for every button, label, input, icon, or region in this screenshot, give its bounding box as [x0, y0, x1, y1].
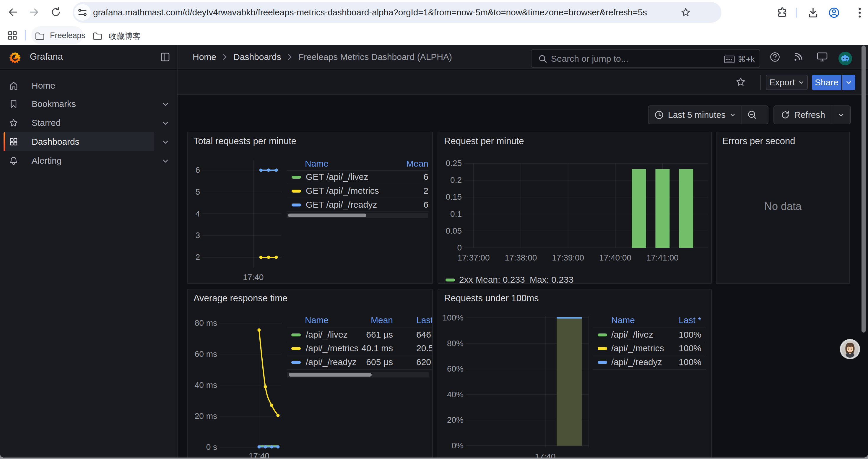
legend-stat: Max: 0.233 [530, 275, 574, 284]
page-scrollbar[interactable] [862, 45, 866, 333]
legend-series-name: 2xx [459, 275, 473, 284]
chevron-down-icon[interactable] [162, 101, 169, 108]
site-settings-icon [78, 8, 87, 17]
chevron-down-icon[interactable] [162, 120, 169, 127]
bookmark-label[interactable]: Freeleaps [50, 31, 85, 40]
panel-requests-under-100ms[interactable]: Requests under 100ms100%80%60%40%20%0%17… [438, 289, 712, 458]
bookmark-label[interactable]: 收藏博客 [109, 31, 141, 42]
y-tick-label: 0 s [188, 442, 217, 452]
sidebar-item-dashboards[interactable]: Dashboards [0, 132, 177, 151]
url-text[interactable]: grafana.mathmast.com/d/deytv4rwavabkb/fr… [93, 7, 647, 18]
folder-icon [93, 32, 102, 40]
legend-value: 661 µs [304, 330, 393, 340]
site-info-chip[interactable] [74, 4, 91, 21]
x-tick-label: 17:37:00 [447, 253, 500, 263]
share-dropdown-button[interactable] [842, 75, 855, 90]
chevron-down-icon[interactable] [162, 157, 169, 165]
y-tick-label: 80 ms [188, 319, 217, 328]
y-tick-label: 0.05 [438, 226, 462, 236]
rss-icon[interactable] [793, 52, 804, 62]
sidebar-divider [177, 45, 178, 458]
breadcrumb: Home Dashboards Freeleaps Metrics Dashbo… [193, 52, 452, 62]
panel-average-response-time[interactable]: Average response time80 ms60 ms40 ms20 m… [187, 289, 433, 458]
panel-total-requests-per-minute[interactable]: Total requests per minute6543217:40NameM… [187, 132, 433, 284]
panel-errors-per-second[interactable]: Errors per secondNo data [716, 132, 850, 284]
search-input[interactable]: Search or jump to... ⌘+k [531, 49, 760, 68]
panel-title: Errors per second [722, 136, 795, 146]
legend-scrollbar-thumb[interactable] [289, 373, 372, 376]
keyboard-icon [724, 56, 735, 63]
legend-separator [287, 356, 433, 356]
back-icon[interactable] [8, 7, 18, 17]
url-bar[interactable]: grafana.mathmast.com/d/deytv4rwavabkb/fr… [73, 2, 721, 23]
y-tick-label: 6 [188, 165, 200, 175]
search-placeholder: Search or jump to... [551, 54, 628, 64]
legend-separator [286, 211, 429, 212]
y-tick-label: 40% [438, 390, 464, 399]
zoom-out-button[interactable] [742, 106, 762, 124]
help-icon[interactable] [770, 52, 780, 62]
reload-icon[interactable] [51, 7, 61, 18]
bookmark-star-icon[interactable] [680, 7, 691, 18]
legend-separator [286, 198, 429, 198]
y-tick-label: 20% [438, 415, 464, 425]
x-tick-label: 17:40 [519, 452, 572, 458]
legend-dash [598, 361, 607, 364]
folder-icon [35, 32, 44, 40]
refresh-group: Refresh [773, 105, 851, 124]
legend-dash [598, 347, 607, 350]
monitor-icon[interactable] [817, 52, 828, 62]
legend-value: 20.5 ms [416, 343, 433, 353]
grafana-app: Grafana Home Dashboards Freeleaps Metric… [0, 45, 868, 458]
sidebar-item-bookmarks[interactable]: Bookmarks [0, 95, 177, 113]
y-tick-label: 0% [438, 441, 464, 451]
menu-kebab-icon[interactable] [856, 6, 864, 19]
grafana-logo[interactable] [9, 52, 21, 63]
search-shortcut: ⌘+k [724, 54, 755, 64]
legend-value: 100% [613, 357, 701, 367]
export-button[interactable]: Export [766, 75, 808, 90]
sidebar-item-alerting[interactable]: Alerting [0, 151, 177, 170]
legend-value: 6 [340, 200, 428, 210]
refresh-button[interactable]: Refresh [774, 106, 832, 124]
forward-icon[interactable] [29, 7, 39, 17]
x-tick-label: 17:39:00 [541, 253, 595, 263]
panel-request-per-minute[interactable]: Request per minute0.250.20.150.10.05017:… [438, 132, 712, 284]
legend-separator [287, 369, 433, 370]
time-range-group: Last 5 minutes [648, 105, 769, 124]
apps-grid-icon[interactable] [8, 31, 17, 40]
y-tick-label: 0.15 [438, 192, 462, 202]
time-range-button[interactable]: Last 5 minutes [649, 106, 742, 124]
legend-separator [593, 356, 706, 356]
share-button[interactable]: Share [812, 75, 841, 90]
chevron-down-icon[interactable] [162, 138, 169, 145]
chevron-right-icon [287, 53, 292, 61]
y-tick-label: 80% [438, 339, 464, 348]
legend-value: 100% [613, 343, 701, 353]
legend-value: 40.1 ms [304, 343, 393, 353]
profile-icon[interactable] [828, 7, 840, 19]
legend-separator [287, 342, 433, 342]
assistant-avatar[interactable] [840, 339, 860, 359]
favorite-star-icon[interactable] [735, 76, 746, 87]
refresh-icon [780, 110, 790, 120]
no-data-message: No data [716, 200, 849, 213]
sidebar-item-home[interactable]: Home [0, 76, 177, 95]
y-tick-label: 40 ms [188, 381, 217, 390]
legend-separator [287, 328, 433, 328]
legend-header: Mean [310, 159, 428, 169]
user-avatar[interactable] [838, 52, 852, 65]
legend-separator [286, 184, 429, 184]
dashboard-actions-bar [178, 70, 868, 95]
downloads-icon[interactable] [807, 7, 819, 19]
breadcrumb-dashboards[interactable]: Dashboards [234, 52, 281, 62]
bookmarks-bar: Freeleaps 收藏博客 [0, 24, 868, 45]
breadcrumb-home[interactable]: Home [193, 52, 216, 62]
x-tick-label: 17:40:00 [589, 253, 642, 263]
sidebar-toggle-icon[interactable] [161, 53, 169, 61]
legend-scrollbar-thumb[interactable] [288, 214, 366, 217]
sidebar-item-starred[interactable]: Starred [0, 113, 177, 132]
extensions-icon[interactable] [776, 6, 788, 18]
refresh-interval-button[interactable] [832, 106, 850, 124]
brand-name[interactable]: Grafana [30, 52, 63, 62]
